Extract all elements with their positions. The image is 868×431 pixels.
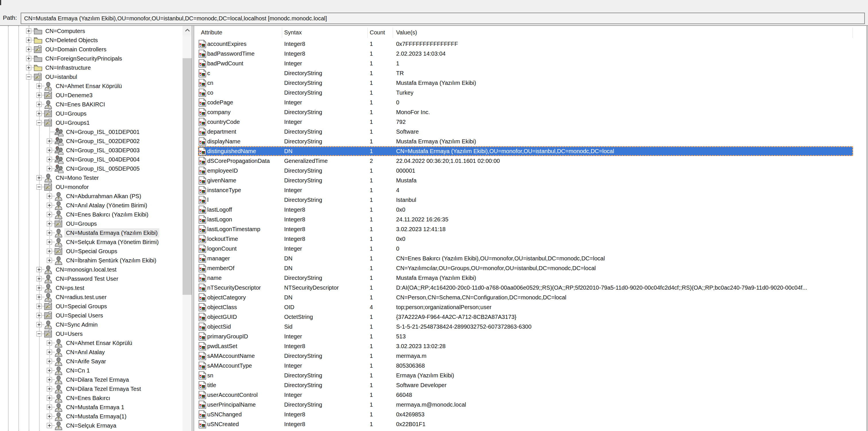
tree-item[interactable]: OU=Special Groups (0, 246, 192, 256)
tree-item-label[interactable]: OU=Special Users (54, 311, 105, 320)
tree-item-label[interactable]: OU=monofor (54, 183, 90, 192)
expand-plus-icon[interactable] (26, 38, 31, 43)
table-row[interactable]: lastLogonInteger8124.11.2022 16:26:35 (195, 214, 867, 224)
tree-item-label[interactable]: CN=ps.test (54, 283, 86, 293)
column-header-count[interactable]: Count (370, 26, 385, 38)
tree-item[interactable]: CN=Ahmet Ensar Köprülü (0, 338, 192, 347)
tree-item[interactable]: CN=radius.test.user (0, 293, 192, 302)
expand-plus-icon[interactable] (47, 138, 52, 144)
table-row[interactable]: accountExpiresInteger810x7FFFFFFFFFFFFFF… (195, 39, 867, 49)
tree-item-label[interactable]: CN=Anıl Atalay (Yönetim Birimi) (64, 201, 149, 210)
table-row[interactable]: employeeIDDirectoryString1000001 (195, 166, 867, 175)
tree-item-label[interactable]: CN=İbrahim Şentürk (Yazılım Ekibi) (64, 256, 158, 265)
tree-item[interactable]: CN=İbrahim Şentürk (Yazılım Ekibi) (0, 256, 192, 265)
tree-item[interactable]: CN=Infrastructure (0, 63, 192, 72)
tree-item-label[interactable]: CN=Abdurrahman Alkan (PS) (64, 192, 143, 201)
table-row[interactable]: nameDirectoryString1Mustafa Ermaya (Yazı… (195, 273, 867, 283)
tree-item-label[interactable]: CN=ForeignSecurityPrincipals (43, 54, 124, 63)
table-row[interactable]: givenNameDirectoryString1Mustafa (195, 175, 867, 185)
column-header-syntax[interactable]: Syntax (284, 26, 302, 38)
tree-item-label[interactable]: CN=Cn 1 (64, 366, 92, 375)
tree-item[interactable]: CN=Dilara Tezel Ermaya (0, 375, 192, 384)
tree-item-label[interactable]: CN=Anıl Atalay (64, 347, 106, 357)
tree-item-label[interactable]: OU=istanbul (43, 72, 79, 81)
expand-plus-icon[interactable] (26, 65, 31, 70)
tree-item[interactable]: CN=Mustafa Ermaya (Yazılım Ekibi) (0, 228, 192, 237)
tree-item-label[interactable]: OU=Deneme3 (54, 91, 94, 100)
tree-item[interactable]: OU=Groups (0, 109, 192, 118)
column-separator[interactable] (852, 28, 853, 38)
expand-plus-icon[interactable] (47, 386, 52, 391)
tree-item[interactable]: CN=Group_ISL_003DEP003 (0, 146, 192, 155)
tree-item-label[interactable]: CN=Ahmet Ensar Köprülü (54, 81, 124, 91)
expand-plus-icon[interactable] (26, 56, 31, 61)
tree-item-label[interactable]: CN=Enes BAKIRCI (54, 100, 107, 109)
expand-plus-icon[interactable] (36, 322, 42, 327)
expand-plus-icon[interactable] (47, 368, 52, 373)
tree-vertical-scrollbar[interactable] (183, 26, 192, 431)
expand-plus-icon[interactable] (36, 285, 42, 291)
expand-plus-icon[interactable] (47, 350, 52, 355)
tree-item-label[interactable]: CN=Mustafa Ermaya 1 (64, 403, 126, 412)
tree-item-label[interactable]: CN=Selçuk Ermaya (Yönetim Birimi) (64, 237, 160, 246)
expand-plus-icon[interactable] (47, 405, 52, 410)
tree-item[interactable]: OU=Special Users (0, 311, 192, 320)
table-row[interactable]: userAccountControlInteger166048 (195, 390, 867, 400)
expand-plus-icon[interactable] (47, 221, 52, 226)
tree-item[interactable]: CN=Anıl Atalay (0, 347, 192, 357)
tree-item[interactable]: CN=ForeignSecurityPrincipals (0, 54, 192, 63)
table-row[interactable]: objectCategoryDN1CN=Person,CN=Schema,CN=… (195, 293, 867, 302)
expand-plus-icon[interactable] (47, 148, 52, 153)
table-row[interactable]: objectClassOID4top;person;organizational… (195, 302, 867, 312)
expand-plus-icon[interactable] (36, 295, 42, 300)
tree-item[interactable]: CN=Ahmet Ensar Köprülü (0, 81, 192, 91)
table-row[interactable]: companyDirectoryString1MonoFor Inc. (195, 107, 867, 117)
tree-item-label[interactable]: CN=Ahmet Ensar Köprülü (64, 338, 134, 347)
tree-item[interactable]: OU=Users (0, 329, 192, 338)
expand-plus-icon[interactable] (36, 175, 42, 180)
tree-item[interactable]: CN=Mono Tester (0, 173, 192, 183)
expand-plus-icon[interactable] (47, 248, 52, 254)
table-row[interactable]: lastLogonTimestampInteger813.02.2023 12:… (195, 224, 867, 234)
tree-item[interactable]: CN=Abdurrahman Alkan (PS) (0, 192, 192, 201)
expand-plus-icon[interactable] (47, 377, 52, 382)
tree-item[interactable]: CN=Anıl Atalay (Yönetim Birimi) (0, 201, 192, 210)
expand-plus-icon[interactable] (36, 313, 42, 318)
expand-plus-icon[interactable] (47, 212, 52, 217)
tree-item-label[interactable]: OU=Groups1 (54, 118, 91, 127)
expand-plus-icon[interactable] (47, 194, 52, 199)
expand-plus-icon[interactable] (47, 258, 52, 263)
tree-item[interactable]: OU=istanbul (0, 72, 192, 81)
column-header-attribute[interactable]: Attribute (201, 26, 222, 38)
tree-item-label[interactable]: CN=Mono Tester (54, 173, 100, 183)
collapse-minus-icon[interactable] (36, 185, 42, 190)
table-row[interactable]: lDirectoryString1Istanbul (195, 195, 867, 205)
expand-plus-icon[interactable] (36, 84, 42, 89)
expand-plus-icon[interactable] (26, 47, 31, 52)
tree-item-label[interactable]: CN=Computers (43, 26, 87, 36)
tree-item-label[interactable]: CN=Infrastructure (43, 63, 92, 72)
table-row[interactable]: uSNCreatedInteger810x22B01F1 (195, 419, 867, 429)
table-row[interactable]: badPwdCountInteger11 (195, 59, 867, 68)
tree-item-label[interactable]: CN=monosign.local.test (54, 265, 118, 274)
table-row[interactable]: titleDirectoryString1Software Developer (195, 380, 867, 390)
tree-item-label[interactable]: CN=Dilara Tezel Ermaya Test (64, 384, 143, 393)
tree-item[interactable]: CN=Enes Bakırcı (Yazılım Ekibi) (0, 210, 192, 219)
scrollbar-thumb[interactable] (183, 58, 192, 295)
collapse-minus-icon[interactable] (26, 74, 31, 79)
tree-item-label[interactable]: OU=Domain Controllers (43, 45, 108, 54)
expand-plus-icon[interactable] (47, 414, 52, 419)
table-row[interactable]: nTSecurityDescriptorNTSecurityDescriptor… (195, 283, 867, 293)
tree-item[interactable]: OU=Special Groups (0, 302, 192, 311)
table-row[interactable]: codePageInteger10 (195, 98, 867, 107)
table-row[interactable]: displayNameDirectoryString1Mustafa Ermay… (195, 136, 867, 146)
tree-item-label[interactable]: CN=Enes Bakırcı (64, 393, 112, 403)
tree-item[interactable]: CN=monosign.local.test (0, 265, 192, 274)
table-row[interactable]: departmentDirectoryString1Software (195, 127, 867, 136)
tree-item[interactable]: OU=Groups (0, 219, 192, 228)
expand-plus-icon[interactable] (47, 359, 52, 364)
tree-item-label[interactable]: CN=Mustafa Ermaya(1) (64, 412, 128, 421)
tree-item[interactable]: CN=Dilara Tezel Ermaya Test (0, 384, 192, 393)
tree-item[interactable]: CN=Group_ISL_004DEP004 (0, 155, 192, 164)
tree-item-label[interactable]: OU=Groups (54, 109, 88, 118)
